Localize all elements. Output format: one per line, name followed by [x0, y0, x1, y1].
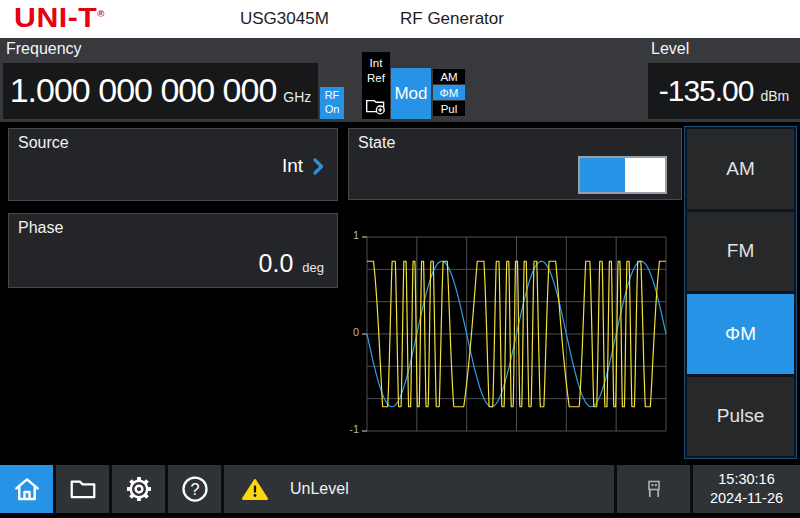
- frequency-value: 1.000 000 000 000: [10, 73, 277, 107]
- app-title: RF Generator: [400, 9, 504, 29]
- phase-value: 0.0: [259, 249, 294, 278]
- gear-icon: [124, 474, 154, 504]
- model-number: USG3045M: [240, 9, 329, 29]
- ref-line1: Int: [362, 56, 390, 71]
- modulation-sidebar: AM FM ΦM Pulse: [684, 126, 797, 459]
- modulation-indicator-list: AM ΦM Pul: [433, 69, 465, 117]
- header: UNI-T® USG3045M RF Generator: [0, 0, 800, 38]
- time-value: 15:30:16: [718, 470, 774, 489]
- rf-badge-line1: RF: [325, 89, 340, 103]
- sidebar-button-pulse[interactable]: Pulse: [687, 377, 794, 457]
- frequency-unit: GHz: [283, 89, 311, 105]
- clock: 15:30:16 2024-11-26: [693, 465, 800, 513]
- toggle-knob: [625, 158, 665, 192]
- ytick-1: 1: [348, 229, 359, 241]
- usb-status: [617, 465, 690, 513]
- home-button[interactable]: [0, 465, 53, 513]
- home-icon: [12, 474, 42, 504]
- level-display[interactable]: -135.00 dBm: [648, 63, 800, 119]
- level-label: Level: [651, 40, 689, 58]
- level-unit: dBm: [760, 88, 789, 104]
- state-setting-row: State: [348, 128, 682, 200]
- ref-line2: Ref: [362, 71, 390, 86]
- toggle-track: [580, 158, 625, 192]
- svg-text:?: ?: [190, 480, 199, 498]
- registered-mark: ®: [97, 9, 105, 19]
- mod-button[interactable]: Mod: [391, 68, 431, 119]
- source-setting-row[interactable]: Source Int: [8, 128, 338, 201]
- waveform-plot: [361, 236, 668, 433]
- level-value: -135.00: [659, 76, 754, 106]
- date-value: 2024-11-26: [710, 489, 783, 508]
- chevron-right-icon: [313, 158, 324, 175]
- status-area: UnLevel: [224, 465, 614, 513]
- usb-icon: [642, 478, 666, 500]
- phase-label: Phase: [18, 219, 63, 237]
- state-toggle[interactable]: [578, 156, 667, 194]
- source-label: Source: [18, 134, 69, 152]
- rf-on-badge[interactable]: RF On: [320, 87, 344, 119]
- source-value: Int: [282, 155, 303, 177]
- status-message: UnLevel: [290, 480, 349, 498]
- phase-unit: deg: [302, 260, 324, 275]
- frequency-display[interactable]: 1.000 000 000 000 GHz: [3, 63, 318, 119]
- waveform-chart: 1 0 -1: [348, 226, 673, 441]
- sidebar-button-am[interactable]: AM: [687, 129, 794, 209]
- mod-indicator-am: AM: [433, 69, 465, 84]
- files-button[interactable]: [56, 465, 109, 513]
- warning-icon: [242, 478, 268, 501]
- top-status-bar: Frequency 1.000 000 000 000 GHz RF On In…: [0, 38, 800, 122]
- rf-badge-line2: On: [325, 103, 340, 117]
- uni-t-logo: UNI-T®: [14, 2, 105, 34]
- settings-button[interactable]: [112, 465, 165, 513]
- mod-indicator-phim: ΦM: [433, 85, 465, 100]
- ytick-0: 0: [348, 326, 359, 338]
- help-button[interactable]: ?: [168, 465, 221, 513]
- phase-setting-row[interactable]: Phase 0.0 deg: [8, 213, 338, 288]
- mod-indicator-pul: Pul: [433, 101, 465, 116]
- bottom-nav-bar: ? UnLevel 15:30:16 2024-11-26: [0, 465, 800, 513]
- frequency-label: Frequency: [6, 40, 82, 58]
- file-add-icon: [365, 97, 387, 116]
- help-icon: ?: [180, 474, 210, 504]
- sidebar-button-phim[interactable]: ΦM: [687, 294, 794, 374]
- state-label: State: [358, 134, 395, 152]
- ytick-neg1: -1: [348, 423, 359, 435]
- folder-icon: [68, 474, 98, 504]
- sidebar-button-fm[interactable]: FM: [687, 212, 794, 292]
- int-ref-indicator: Int Ref: [362, 52, 390, 119]
